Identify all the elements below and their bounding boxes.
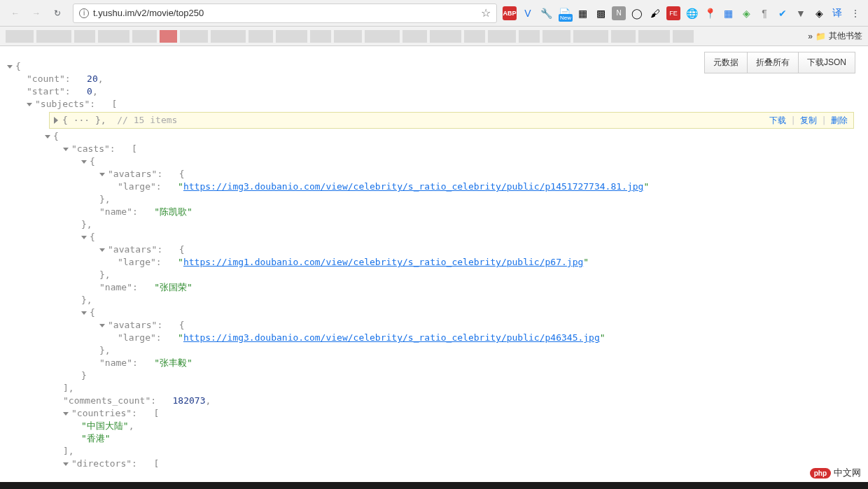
download-json-button[interactable]: 下载JSON (798, 52, 855, 73)
json-line-countries: "countries": [ (7, 407, 861, 420)
json-obj-open: { (7, 130, 861, 143)
json-line-comments-count: "comments_count": 182073, (7, 395, 861, 407)
bookmark-item[interactable] (211, 30, 246, 43)
json-obj-close: }, (7, 269, 861, 281)
bookmark-item[interactable] (611, 30, 636, 43)
json-line-large: "large": "https://img3.doubanio.com/view… (7, 332, 861, 344)
bookmark-item[interactable] (402, 30, 427, 43)
copy-link[interactable]: 复制 (800, 114, 817, 127)
bookmark-item[interactable] (36, 30, 71, 43)
bookmark-item[interactable] (74, 30, 95, 43)
ext-icon-v[interactable]: V (521, 6, 535, 20)
json-action-bar: 元数据 折叠所有 下载JSON (705, 52, 855, 73)
ext-icon-doc[interactable]: 📄New (557, 6, 571, 20)
menu-icon[interactable]: ⋮ (848, 6, 862, 20)
toggle-icon[interactable] (99, 248, 105, 252)
ext-icon-translate[interactable]: 译 (830, 6, 844, 20)
toggle-icon[interactable] (63, 462, 69, 466)
bookmark-item[interactable] (180, 30, 208, 43)
bookmark-item[interactable] (276, 30, 307, 43)
forward-button[interactable]: → (27, 3, 46, 23)
json-line-casts: "casts": [ (7, 143, 861, 155)
address-bar[interactable]: i t.yushu.im/v2/movie/top250 ☆ (73, 3, 497, 23)
bookmark-item[interactable] (98, 30, 130, 43)
json-obj-open: { (7, 155, 861, 168)
bookmark-item[interactable] (519, 30, 540, 43)
toggle-icon[interactable] (81, 160, 87, 164)
json-obj-open: { (7, 231, 861, 243)
row-actions: 下载 | 复制 | 删除 (769, 114, 848, 127)
url-link[interactable]: https://img3.doubanio.com/view/celebrity… (183, 181, 643, 192)
ext-icon-diamond[interactable]: ◈ (739, 6, 753, 20)
bookmark-item[interactable] (334, 30, 362, 43)
ext-icon-layers[interactable]: ◈ (812, 6, 826, 20)
play-icon[interactable] (54, 117, 58, 124)
bookmark-item[interactable] (638, 30, 670, 43)
other-bookmarks[interactable]: 其他书签 (829, 30, 862, 42)
bookmark-item[interactable] (248, 30, 273, 43)
bookmark-item[interactable] (310, 30, 331, 43)
bookmark-item[interactable] (365, 30, 400, 43)
toggle-icon[interactable] (63, 148, 69, 151)
json-line-directors: "directors": [ (7, 458, 861, 470)
toggle-icon[interactable] (99, 324, 105, 327)
ext-icon-brush[interactable]: 🖌 (648, 6, 662, 20)
collapse-all-button[interactable]: 折叠所有 (747, 52, 799, 73)
json-line-avatars: "avatars": { (7, 168, 861, 180)
back-button[interactable]: ← (6, 3, 25, 23)
ext-icon-bars[interactable]: ▦ (575, 6, 589, 20)
bookmark-item[interactable] (6, 30, 34, 43)
ext-icon-qr[interactable]: ▩ (594, 6, 608, 20)
ext-icon-pilcrow[interactable]: ¶ (757, 6, 771, 20)
ext-icon-wrench[interactable]: 🔧 (539, 6, 553, 20)
bookmark-item[interactable] (430, 30, 461, 43)
json-line-count: "count": 20, (7, 73, 861, 85)
toggle-icon[interactable] (81, 236, 87, 239)
toggle-icon[interactable] (81, 311, 87, 315)
json-line-name: "name": "张国荣" (7, 281, 861, 294)
toggle-icon[interactable] (7, 65, 13, 69)
ext-icon-down[interactable]: ▼ (794, 6, 808, 20)
bookmark-star-icon[interactable]: ☆ (481, 6, 491, 20)
metadata-button[interactable]: 元数据 (704, 52, 748, 73)
json-line-large: "large": "https://img3.doubanio.com/view… (7, 180, 861, 193)
url-link[interactable]: https://img3.doubanio.com/view/celebrity… (183, 332, 600, 343)
download-link[interactable]: 下载 (769, 114, 786, 127)
json-obj-close: }, (7, 294, 861, 306)
url-link[interactable]: https://img1.doubanio.com/view/celebrity… (183, 257, 583, 267)
bookmark-item[interactable] (160, 30, 177, 43)
folder-icon: 📁 (816, 31, 826, 41)
ext-icon-circle[interactable]: ◯ (630, 6, 644, 20)
toggle-icon[interactable] (45, 135, 50, 139)
json-obj-open: { (7, 306, 861, 319)
toggle-icon[interactable] (27, 103, 32, 106)
site-info-icon[interactable]: i (79, 8, 89, 18)
bookmark-item[interactable] (673, 30, 694, 43)
ext-icon-check[interactable]: ✔ (776, 6, 790, 20)
bookmark-overflow[interactable]: » (808, 31, 813, 41)
bookmark-item[interactable] (573, 30, 608, 43)
delete-link[interactable]: 删除 (831, 114, 848, 127)
abp-icon[interactable]: ABP (503, 6, 517, 20)
bookmark-item[interactable] (464, 30, 485, 43)
ext-icon-n[interactable]: N (612, 6, 626, 20)
json-line-avatars: "avatars": { (7, 319, 861, 332)
ext-icon-pin[interactable]: 📍 (703, 6, 717, 20)
json-line-name: "name": "张丰毅" (7, 357, 861, 369)
ext-icon-globe[interactable]: 🌐 (685, 6, 699, 20)
toggle-icon[interactable] (63, 412, 69, 416)
toggle-icon[interactable] (99, 173, 105, 176)
ext-icon-fe[interactable]: FE (666, 6, 680, 20)
ext-icon-calc[interactable]: ▦ (721, 6, 735, 20)
reload-button[interactable]: ↻ (48, 3, 67, 23)
bookmark-item[interactable] (132, 30, 157, 43)
bookmark-item[interactable] (542, 30, 570, 43)
nav-buttons: ← → ↻ (6, 3, 67, 23)
json-line-subjects: "subjects": [ (7, 98, 861, 111)
json-tree: { "count": 20, "start": 0, "subjects": [… (0, 53, 868, 470)
bookmark-item[interactable] (488, 30, 516, 43)
json-obj-close: }, (7, 344, 861, 357)
json-line-large: "large": "https://img1.doubanio.com/view… (7, 256, 861, 269)
collapsed-items-row[interactable]: { ··· }, // 15 items 下载 | 复制 | 删除 (49, 112, 854, 129)
watermark-text: 中文网 (834, 467, 861, 470)
